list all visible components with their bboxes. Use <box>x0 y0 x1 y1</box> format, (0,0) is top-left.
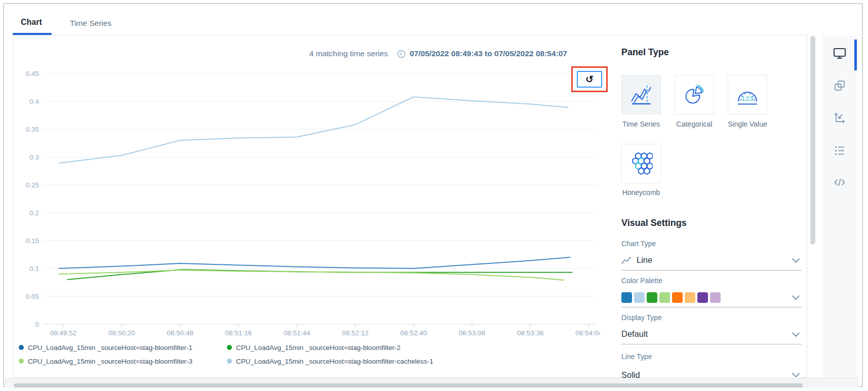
svg-text:0.1: 0.1 <box>29 265 39 272</box>
honeycomb-icon <box>629 152 653 175</box>
list-icon[interactable] <box>833 144 846 157</box>
svg-text:0.3: 0.3 <box>29 153 39 161</box>
panel-type-categorical[interactable] <box>675 75 714 114</box>
code-icon[interactable] <box>833 176 846 189</box>
line-type-label: Line Type <box>621 353 652 361</box>
legend-item[interactable]: CPU_LoadAvg_15min _sourceHost=stag-bloom… <box>227 356 433 366</box>
legend-dot <box>227 345 232 350</box>
palette-swatch <box>659 292 670 303</box>
refresh-button[interactable]: ↺ <box>577 71 602 88</box>
svg-text:123: 123 <box>741 95 753 102</box>
svg-text:08:50:20: 08:50:20 <box>108 329 135 337</box>
display-type-value: Default <box>621 329 648 339</box>
chart-type-value: Line <box>637 255 652 265</box>
svg-text:0.05: 0.05 <box>26 293 39 300</box>
monitor-icon[interactable] <box>833 47 846 60</box>
svg-text:08:49:52: 08:49:52 <box>50 329 77 337</box>
horizontal-scrollbar[interactable] <box>14 383 803 387</box>
svg-text:0.35: 0.35 <box>26 126 39 133</box>
svg-text:08:52:12: 08:52:12 <box>342 329 369 337</box>
tab-time-series[interactable]: Time Series <box>70 19 111 28</box>
svg-text:0.25: 0.25 <box>26 181 39 189</box>
svg-text:0.2: 0.2 <box>29 209 39 217</box>
palette-swatch <box>647 292 657 303</box>
panel-type-label: Categorical <box>668 120 721 128</box>
chart-legend: CPU_LoadAvg_15min _sourceHost=stag-bloom… <box>19 342 433 366</box>
app-window: Chart Time Series 4 matching time series… <box>0 0 868 391</box>
palette-swatch <box>685 292 695 303</box>
legend-item[interactable]: CPU_LoadAvg_15min _sourceHost=stag-bloom… <box>19 342 227 353</box>
axes-icon[interactable] <box>833 111 846 125</box>
svg-text:08:51:44: 08:51:44 <box>284 329 310 337</box>
panel-type-time-series[interactable] <box>621 75 661 114</box>
svg-text:08:51:16: 08:51:16 <box>225 329 252 337</box>
refresh-icon: ↺ <box>585 74 594 84</box>
chevron-down-icon <box>792 329 800 337</box>
line-chart-icon <box>621 256 632 264</box>
display-type-label: Display Type <box>621 314 662 322</box>
legend-label: CPU_LoadAvg_15min _sourceHost=stag-bloom… <box>236 344 401 351</box>
svg-text:08:50:48: 08:50:48 <box>167 329 193 337</box>
time-series-icon <box>629 83 653 106</box>
legend-label: CPU_LoadAvg_15min _sourceHost=stag-bloom… <box>28 344 192 351</box>
chevron-down-icon <box>792 255 800 263</box>
svg-text:0: 0 <box>35 321 39 328</box>
color-palette-label: Color Palette <box>621 277 662 285</box>
layers-icon[interactable] <box>833 79 846 92</box>
legend-label: CPU_LoadAvg_15min _sourceHost=stag-bloom… <box>236 358 433 365</box>
svg-text:08:54:04: 08:54:04 <box>575 329 600 337</box>
chart-canvas[interactable]: 00.050.10.150.20.250.30.350.40.4508:49:5… <box>14 36 600 350</box>
palette-swatch <box>621 292 632 303</box>
chart-type-label: Chart Type <box>621 240 656 248</box>
palette-swatch <box>710 292 721 303</box>
toolbar-active-indicator <box>854 40 857 70</box>
vertical-scrollbar[interactable] <box>810 36 815 245</box>
chevron-down-icon <box>792 292 800 300</box>
color-palette-select[interactable] <box>621 288 802 307</box>
svg-text:0.4: 0.4 <box>29 98 39 105</box>
tab-chart[interactable]: Chart <box>21 18 42 27</box>
legend-dot <box>227 359 232 364</box>
svg-text:08:53:36: 08:53:36 <box>517 329 544 337</box>
chart-type-select[interactable]: Line <box>621 250 802 270</box>
palette-swatch <box>697 292 708 303</box>
right-toolbar <box>822 35 857 378</box>
panel-type-title: Panel Type <box>621 47 669 58</box>
chevron-down-icon <box>792 370 800 378</box>
panel-type-label: Time Series <box>615 120 667 128</box>
visual-settings-title: Visual Settings <box>621 218 687 228</box>
legend-dot <box>19 359 24 364</box>
legend-item[interactable]: CPU_LoadAvg_15min _sourceHost=stag-bloom… <box>227 342 433 353</box>
svg-text:0.45: 0.45 <box>26 70 39 77</box>
legend-label: CPU_LoadAvg_15min _sourceHost=stag-bloom… <box>28 358 192 365</box>
palette-swatch <box>672 292 683 303</box>
annotation-highlight-box: ↺ <box>571 66 608 92</box>
svg-text:08:53:08: 08:53:08 <box>459 329 486 337</box>
svg-text:0.15: 0.15 <box>26 237 39 245</box>
legend-item[interactable]: CPU_LoadAvg_15min _sourceHost=stag-bloom… <box>19 356 227 366</box>
panel-type-honeycomb[interactable] <box>621 144 661 183</box>
svg-text:08:52:40: 08:52:40 <box>400 329 427 337</box>
display-type-select[interactable]: Default <box>621 324 802 344</box>
palette-swatch <box>634 292 645 303</box>
panel-type-label: Honeycomb <box>615 188 667 197</box>
legend-dot <box>19 345 24 350</box>
panel-type-label: Single Value <box>721 120 774 128</box>
categorical-icon <box>683 83 706 106</box>
palette-swatches <box>621 292 723 303</box>
panel-type-single-value[interactable]: 123 <box>728 75 767 114</box>
single-value-icon: 123 <box>736 83 759 106</box>
